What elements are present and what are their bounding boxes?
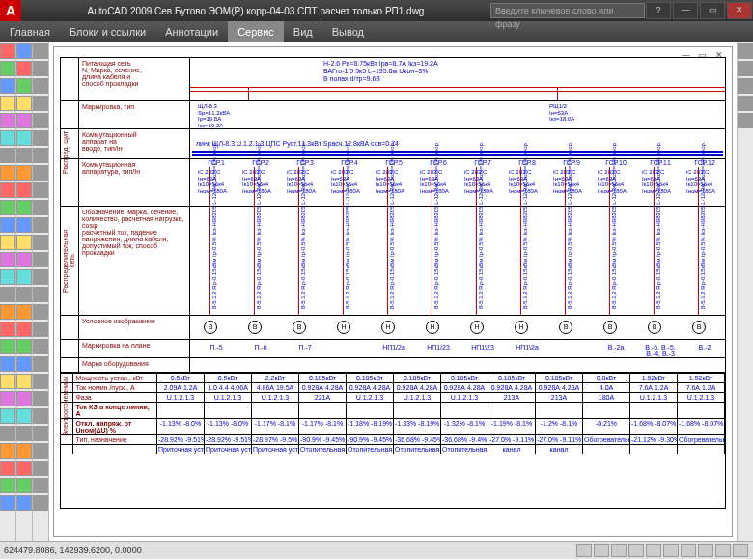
tool-icon[interactable] xyxy=(33,61,48,76)
dyn-toggle[interactable] xyxy=(698,544,713,557)
tool-icon[interactable] xyxy=(16,182,32,198)
tool-icon[interactable] xyxy=(0,182,15,198)
tool-icon[interactable] xyxy=(33,322,48,337)
tool-icon[interactable] xyxy=(0,356,15,372)
tool-icon[interactable] xyxy=(16,113,32,128)
tool-icon[interactable] xyxy=(33,339,48,354)
tool-icon[interactable] xyxy=(0,322,15,337)
tool-icon[interactable] xyxy=(0,426,15,441)
tool-icon[interactable] xyxy=(0,217,15,233)
tool-icon[interactable] xyxy=(0,391,15,406)
polar-toggle[interactable] xyxy=(628,544,644,557)
tool-icon[interactable] xyxy=(0,269,15,285)
minimize-button[interactable]: — xyxy=(673,2,698,19)
close-button[interactable]: ✕ xyxy=(727,2,752,19)
tool-icon[interactable] xyxy=(33,130,48,146)
tool-icon[interactable] xyxy=(33,461,48,476)
tool-icon[interactable] xyxy=(16,356,32,372)
drawing-canvas[interactable]: — ▭ ✕ Питающая сеть N, Марка, сечение, д… xyxy=(49,42,737,541)
tool-icon[interactable] xyxy=(0,408,15,424)
grid-toggle[interactable] xyxy=(594,544,609,557)
lwt-toggle[interactable] xyxy=(715,544,731,557)
tool-icon[interactable] xyxy=(33,235,48,250)
ducs-toggle[interactable] xyxy=(681,544,696,557)
tool-icon[interactable] xyxy=(33,408,48,424)
tool-icon[interactable] xyxy=(33,43,48,59)
tab-output[interactable]: Вывод xyxy=(322,21,374,42)
tool-icon[interactable] xyxy=(0,252,15,267)
tool-icon[interactable] xyxy=(0,148,15,163)
tool-icon[interactable] xyxy=(33,426,48,441)
tool-icon[interactable] xyxy=(0,339,15,354)
tool-icon[interactable] xyxy=(33,443,48,459)
tool-icon[interactable] xyxy=(0,113,15,128)
snap-toggle[interactable] xyxy=(576,544,592,557)
maximize-button[interactable]: ▭ xyxy=(700,2,725,19)
tool-icon[interactable] xyxy=(738,96,753,111)
tool-icon[interactable] xyxy=(16,426,32,441)
tool-icon[interactable] xyxy=(16,304,32,320)
tool-icon[interactable] xyxy=(0,61,15,76)
osnap-toggle[interactable] xyxy=(646,544,661,557)
tool-icon[interactable] xyxy=(0,43,15,59)
tool-icon[interactable] xyxy=(16,96,32,111)
tool-icon[interactable] xyxy=(16,235,32,250)
tool-icon[interactable] xyxy=(16,478,32,493)
tab-service[interactable]: Сервис xyxy=(228,21,284,42)
tool-icon[interactable] xyxy=(16,391,32,406)
tool-icon[interactable] xyxy=(16,200,32,215)
tool-icon[interactable] xyxy=(16,322,32,337)
tool-icon[interactable] xyxy=(0,78,15,94)
tool-icon[interactable] xyxy=(16,374,32,389)
ortho-toggle[interactable] xyxy=(611,544,627,557)
tool-icon[interactable] xyxy=(16,148,32,163)
tool-icon[interactable] xyxy=(16,443,32,459)
tool-icon[interactable] xyxy=(0,495,15,511)
tool-icon[interactable] xyxy=(0,96,15,111)
tool-icon[interactable] xyxy=(33,287,48,302)
tool-icon[interactable] xyxy=(33,113,48,128)
tool-icon[interactable] xyxy=(33,269,48,285)
tool-icon[interactable] xyxy=(0,304,15,320)
tool-icon[interactable] xyxy=(33,391,48,406)
tool-icon[interactable] xyxy=(33,96,48,111)
tool-icon[interactable] xyxy=(16,495,32,511)
model-toggle[interactable] xyxy=(733,544,748,557)
tool-icon[interactable] xyxy=(16,408,32,424)
tool-icon[interactable] xyxy=(0,165,15,181)
tab-view[interactable]: Вид xyxy=(284,21,322,42)
tool-icon[interactable] xyxy=(0,130,15,146)
tool-icon[interactable] xyxy=(738,113,753,128)
tool-icon[interactable] xyxy=(16,130,32,146)
tool-icon[interactable] xyxy=(738,78,753,94)
tool-icon[interactable] xyxy=(33,165,48,181)
tool-icon[interactable] xyxy=(16,165,32,181)
tool-icon[interactable] xyxy=(0,443,15,459)
tool-icon[interactable] xyxy=(16,269,32,285)
tool-icon[interactable] xyxy=(33,304,48,320)
tool-icon[interactable] xyxy=(33,356,48,372)
tool-icon[interactable] xyxy=(16,61,32,76)
tool-icon[interactable] xyxy=(16,252,32,267)
tool-icon[interactable] xyxy=(0,287,15,302)
tool-icon[interactable] xyxy=(16,78,32,94)
tool-icon[interactable] xyxy=(33,478,48,493)
tool-icon[interactable] xyxy=(0,200,15,215)
tool-icon[interactable] xyxy=(738,61,753,76)
tab-annotate[interactable]: Аннотации xyxy=(155,21,228,42)
tab-home[interactable]: Главная xyxy=(0,21,60,42)
tool-icon[interactable] xyxy=(33,148,48,163)
tool-icon[interactable] xyxy=(0,461,15,476)
tool-icon[interactable] xyxy=(16,43,32,59)
tool-icon[interactable] xyxy=(33,182,48,198)
search-input[interactable]: Введите ключевое слово или фразу xyxy=(490,3,645,18)
tool-icon[interactable] xyxy=(16,339,32,354)
help-button[interactable]: ? xyxy=(646,2,671,19)
tool-icon[interactable] xyxy=(0,478,15,493)
tool-icon[interactable] xyxy=(33,217,48,233)
otrack-toggle[interactable] xyxy=(663,544,679,557)
tool-icon[interactable] xyxy=(33,252,48,267)
app-logo[interactable]: A xyxy=(0,0,21,21)
tool-icon[interactable] xyxy=(738,43,753,59)
tool-icon[interactable] xyxy=(33,200,48,215)
